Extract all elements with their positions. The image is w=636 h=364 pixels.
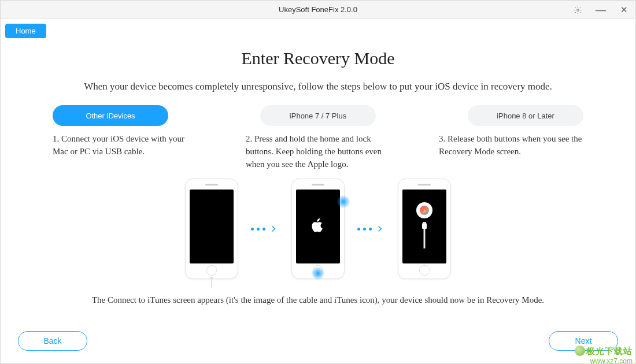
- svg-rect-3: [423, 222, 426, 224]
- page-subtitle: When your device becomes completely unre…: [84, 81, 552, 92]
- tab-label: iPhone 8 or Later: [497, 112, 554, 120]
- tab-label: Other iDevices: [86, 112, 135, 120]
- home-button[interactable]: Home: [5, 24, 46, 38]
- apple-logo-icon: [312, 218, 324, 235]
- window-title: UkeySoft FoneFix 2.0.0: [279, 5, 357, 14]
- arrow-icon: [251, 224, 279, 234]
- phone-illustration-2: [291, 179, 345, 279]
- svg-rect-1: [422, 223, 427, 229]
- titlebar: UkeySoft FoneFix 2.0.0 — ✕: [1, 1, 635, 19]
- lightning-cable-icon: [419, 222, 430, 251]
- step-3-text: 3. Release both buttons when you see the…: [439, 133, 583, 170]
- itunes-icon: ♪: [416, 202, 432, 218]
- minimize-button[interactable]: —: [589, 1, 612, 19]
- next-button[interactable]: Next: [549, 331, 618, 351]
- step-1-text: 1. Connect your iOS device with your Mac…: [53, 133, 197, 170]
- close-button[interactable]: ✕: [612, 1, 635, 19]
- lock-button-highlight-icon: [337, 195, 350, 208]
- next-button-label: Next: [575, 336, 592, 346]
- tab-label: iPhone 7 / 7 Plus: [290, 112, 346, 120]
- svg-rect-2: [424, 229, 426, 248]
- svg-point-0: [576, 9, 579, 11]
- phone-illustration-1: [185, 179, 238, 279]
- footnote-text: The Connect to iTunes screen appears (it…: [92, 295, 544, 305]
- tab-other-idevices[interactable]: Other iDevices: [53, 105, 168, 126]
- back-button[interactable]: Back: [18, 331, 87, 351]
- settings-button[interactable]: [566, 1, 589, 19]
- tab-iphone8-later[interactable]: iPhone 8 or Later: [468, 105, 583, 126]
- phone-illustration-3: ♪: [398, 179, 451, 279]
- tab-iphone7[interactable]: iPhone 7 / 7 Plus: [260, 105, 376, 126]
- back-button-label: Back: [43, 336, 61, 346]
- close-icon: ✕: [620, 5, 628, 15]
- illustration-row: ♪: [18, 179, 618, 279]
- page-title: Enter Recovery Mode: [242, 49, 395, 68]
- step-2-text: 2. Press and hold the home and lock butt…: [246, 133, 390, 170]
- gear-icon: [574, 6, 582, 14]
- home-button-highlight-icon: [312, 267, 324, 280]
- arrow-icon: [357, 224, 385, 234]
